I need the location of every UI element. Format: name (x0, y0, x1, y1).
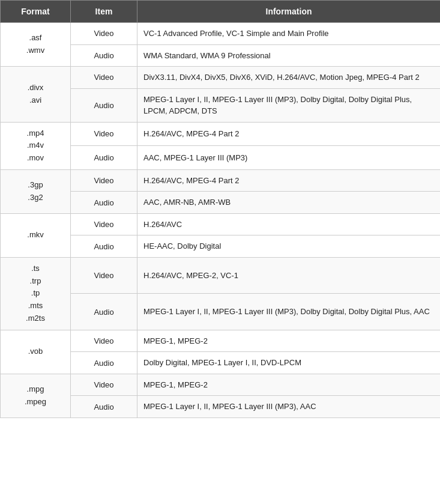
format-cell: .mp4 .m4v .mov (1, 122, 71, 169)
info-cell: VC-1 Advanced Profile, VC-1 Simple and M… (137, 23, 441, 45)
info-cell: DivX3.11, DivX4, DivX5, DivX6, XViD, H.2… (137, 67, 441, 89)
format-cell: .divx .avi (1, 67, 71, 123)
info-cell: AAC, AMR-NB, AMR-WB (137, 192, 441, 214)
item-cell: Video (71, 23, 137, 45)
info-cell: H.264/AVC, MPEG-4 Part 2 (137, 122, 441, 146)
item-cell: Video (71, 213, 137, 235)
item-cell: Audio (71, 88, 137, 122)
item-cell: Audio (71, 352, 137, 374)
table-row: .mpg .mpegVideoMPEG-1, MPEG-2 (1, 374, 441, 396)
format-cell: .mpg .mpeg (1, 374, 71, 417)
item-cell: Video (71, 122, 137, 146)
item-cell: Video (71, 257, 137, 293)
info-cell: AAC, MPEG-1 Layer III (MP3) (137, 146, 441, 170)
header-information: Information (137, 1, 441, 23)
info-cell: H.264/AVC (137, 213, 441, 235)
item-cell: Audio (71, 235, 137, 258)
info-cell: MPEG-1 Layer I, II, MPEG-1 Layer III (MP… (137, 88, 441, 122)
info-cell: MPEG-1, MPEG-2 (137, 330, 441, 352)
info-cell: H.264/AVC, MPEG-4 Part 2 (137, 169, 441, 192)
info-cell: MPEG-1, MPEG-2 (137, 374, 441, 396)
info-cell: MPEG-1 Layer I, II, MPEG-1 Layer III (MP… (137, 294, 441, 330)
table-row: .mkvVideoH.264/AVC (1, 213, 441, 235)
item-cell: Audio (71, 294, 137, 330)
item-cell: Video (71, 169, 137, 192)
item-cell: Audio (71, 146, 137, 170)
item-cell: Audio (71, 192, 137, 214)
table-row: .divx .aviVideoDivX3.11, DivX4, DivX5, D… (1, 67, 441, 89)
item-cell: Video (71, 374, 137, 396)
item-cell: Video (71, 330, 137, 352)
format-cell: .ts .trp .tp .mts .m2ts (1, 257, 71, 330)
header-item: Item (71, 1, 137, 23)
table-row: .vobVideoMPEG-1, MPEG-2 (1, 330, 441, 352)
format-cell: .mkv (1, 213, 71, 257)
table-row: .asf .wmvVideoVC-1 Advanced Profile, VC-… (1, 23, 441, 45)
table-row: .3gp .3g2VideoH.264/AVC, MPEG-4 Part 2 (1, 169, 441, 192)
format-cell: .asf .wmv (1, 23, 71, 67)
info-cell: H.264/AVC, MPEG-2, VC-1 (137, 257, 441, 293)
table-row: .ts .trp .tp .mts .m2tsVideoH.264/AVC, M… (1, 257, 441, 293)
info-cell: Dolby Digital, MPEG-1 Layer I, II, DVD-L… (137, 352, 441, 374)
header-format: Format (1, 1, 71, 23)
info-cell: MPEG-1 Layer I, II, MPEG-1 Layer III (MP… (137, 396, 441, 418)
format-cell: .3gp .3g2 (1, 169, 71, 213)
item-cell: Audio (71, 44, 137, 67)
item-cell: Audio (71, 396, 137, 418)
info-cell: HE-AAC, Dolby Digital (137, 235, 441, 258)
format-cell: .vob (1, 330, 71, 374)
info-cell: WMA Standard, WMA 9 Professional (137, 44, 441, 67)
item-cell: Video (71, 67, 137, 89)
table-row: .mp4 .m4v .movVideoH.264/AVC, MPEG-4 Par… (1, 122, 441, 146)
